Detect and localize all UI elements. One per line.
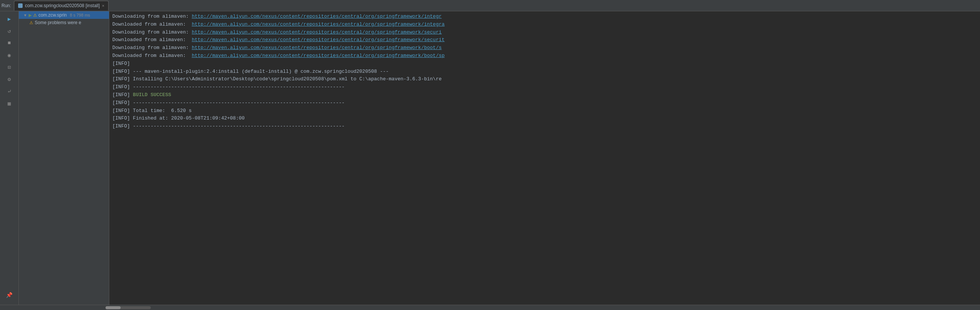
- warn-icon: ⚠: [33, 13, 37, 18]
- console-line-6: Downloaded from alimaven: http://maven.a…: [112, 52, 977, 60]
- tab-icon: [18, 3, 22, 8]
- console-line-2: Downloaded from alimaven: http://maven.a…: [112, 21, 977, 29]
- warn-sub-icon: ⚠: [29, 20, 33, 25]
- tree-item-warning-label: Some problems were e: [35, 20, 81, 25]
- run-label: Run:: [2, 3, 11, 8]
- left-sidebar: ▶ ↺ ■ ◉ ⊡ ⚙ ⤶ ▦ 📌: [0, 11, 19, 305]
- eye-icon[interactable]: ◉: [4, 50, 15, 60]
- console-line-5: Downloading from alimaven: http://maven.…: [112, 44, 977, 52]
- url-link-2[interactable]: http://maven.aliyun.com/nexus/content/re…: [192, 21, 445, 27]
- tree-item-time: 8 s 798 ms: [70, 13, 90, 18]
- filter-icon[interactable]: ⚙: [4, 74, 15, 85]
- camera-icon[interactable]: ⊡: [4, 62, 15, 72]
- console-line-15: [INFO] ---------------------------------…: [112, 123, 977, 131]
- project-panel: ▼ ▶ ⚠ com.zcw.sprin 8 s 798 ms ⚠ Some pr…: [19, 11, 109, 305]
- console-line-10: [INFO] ---------------------------------…: [112, 83, 977, 91]
- pin-icon[interactable]: 📌: [4, 291, 15, 302]
- url-link-3[interactable]: http://maven.aliyun.com/nexus/content/re…: [192, 29, 442, 35]
- rerun-icon[interactable]: ↺: [4, 26, 15, 36]
- tree-item-main[interactable]: ▼ ▶ ⚠ com.zcw.sprin 8 s 798 ms: [19, 11, 109, 19]
- console-line-9: [INFO] Installing C:\Users\Administrator…: [112, 75, 977, 83]
- console-line-8: [INFO] --- maven-install-plugin:2.4:inst…: [112, 68, 977, 76]
- tab-label: com.zcw.springcloud2020508 [install]: [25, 3, 100, 8]
- run-status-icon: ▶: [29, 13, 32, 18]
- layout-icon[interactable]: ▦: [4, 98, 15, 109]
- console-line-7: [INFO]: [112, 60, 977, 68]
- tree-item-warning[interactable]: ⚠ Some problems were e: [19, 19, 109, 26]
- console-line-13: [INFO] Total time: 6.520 s: [112, 107, 977, 115]
- console-area[interactable]: Downloading from alimaven: http://maven.…: [109, 11, 980, 305]
- stop-icon[interactable]: ■: [4, 38, 15, 48]
- console-line-14: [INFO] Finished at: 2020-05-08T21:09:42+…: [112, 115, 977, 123]
- tree-expand-arrow: ▼: [23, 13, 27, 18]
- console-line-12: [INFO] ---------------------------------…: [112, 99, 977, 107]
- build-success-text: BUILD SUCCESS: [133, 92, 171, 97]
- console-line-1: Downloading from alimaven: http://maven.…: [112, 13, 977, 21]
- tab-bar: Run: com.zcw.springcloud2020508 [install…: [0, 0, 980, 11]
- scrollbar-thumb[interactable]: [105, 306, 121, 309]
- tab-close-button[interactable]: ×: [102, 3, 104, 8]
- console-line-3: Downloading from alimaven: http://maven.…: [112, 29, 977, 37]
- tree-item-label: com.zcw.sprin: [38, 13, 67, 18]
- main-layout: ▶ ↺ ■ ◉ ⊡ ⚙ ⤶ ▦ 📌 ▼ ▶ ⚠ com.zcw.sprin 8 …: [0, 11, 980, 305]
- bottom-bar: [0, 305, 980, 310]
- back-icon[interactable]: ⤶: [4, 86, 15, 97]
- horizontal-scrollbar[interactable]: [105, 306, 151, 309]
- url-link-6[interactable]: http://maven.aliyun.com/nexus/content/re…: [192, 53, 445, 58]
- console-line-11: [INFO] BUILD SUCCESS: [112, 91, 977, 99]
- url-link-1[interactable]: http://maven.aliyun.com/nexus/content/re…: [192, 14, 442, 19]
- console-line-4: Downloaded from alimaven: http://maven.a…: [112, 36, 977, 44]
- main-tab[interactable]: com.zcw.springcloud2020508 [install] ×: [14, 1, 108, 11]
- url-link-4[interactable]: http://maven.aliyun.com/nexus/content/re…: [192, 37, 445, 43]
- play-icon[interactable]: ▶: [4, 14, 15, 24]
- url-link-5[interactable]: http://maven.aliyun.com/nexus/content/re…: [192, 45, 442, 51]
